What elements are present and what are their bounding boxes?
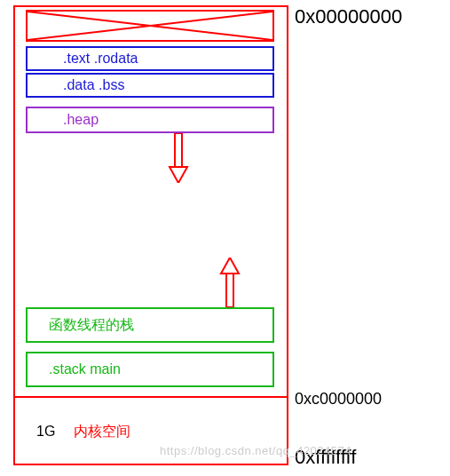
kernel-label: 内核空间 <box>74 424 130 439</box>
segment-data-bss: .data .bss <box>26 73 274 98</box>
heap-growth-arrow-icon <box>168 133 189 183</box>
memory-layout-container: .text .rodata .data .bss .heap 函数线程的栈 .s… <box>13 5 288 465</box>
svg-marker-3 <box>170 167 187 183</box>
address-label-top: 0x00000000 <box>295 5 402 28</box>
segment-label: .text .rodata <box>63 51 138 67</box>
segment-label: 函数线程的栈 <box>49 316 134 335</box>
watermark-text: https://blog.csdn.net/qq_42024574 <box>160 444 351 457</box>
svg-rect-2 <box>175 133 182 167</box>
segment-heap: .heap <box>26 107 274 133</box>
segment-reserved <box>26 10 274 42</box>
svg-rect-5 <box>226 274 233 307</box>
segment-text-rodata: .text .rodata <box>26 46 274 71</box>
segment-thread-stack: 函数线程的栈 <box>26 307 274 343</box>
segment-main-stack: .stack main <box>26 352 274 387</box>
kernel-size: 1G <box>36 424 55 439</box>
segment-label: .data .bss <box>63 77 124 93</box>
segment-label: .stack main <box>49 361 121 377</box>
segment-label: .heap <box>63 112 99 128</box>
svg-marker-4 <box>221 258 239 274</box>
address-label-kernel-start: 0xc0000000 <box>295 390 382 409</box>
stack-growth-arrow-icon <box>219 258 241 307</box>
